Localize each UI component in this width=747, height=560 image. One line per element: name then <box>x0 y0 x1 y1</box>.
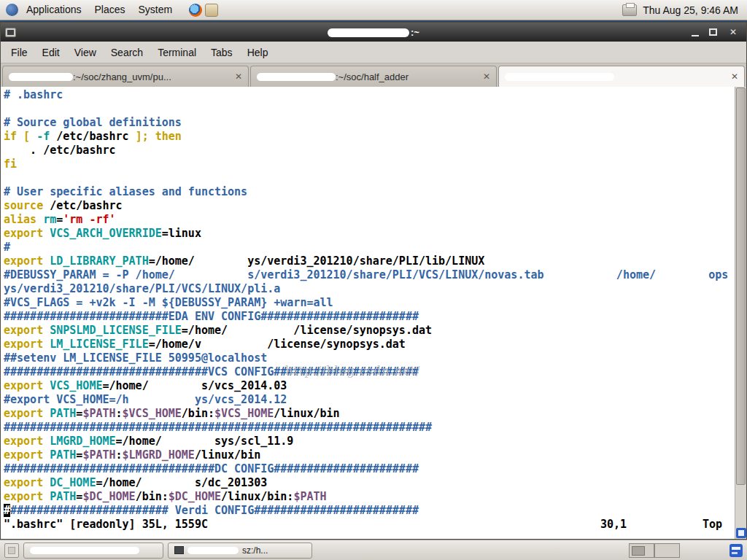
redacted-tab-text <box>257 73 336 81</box>
top-panel: Applications Places System Thu Aug 25, 9… <box>0 0 747 20</box>
redacted-tab-text <box>9 73 73 81</box>
redacted-text <box>149 388 201 389</box>
workspace-switcher[interactable] <box>629 543 680 558</box>
redacted-text <box>195 263 247 265</box>
vim-cursor-position: 30,1 <box>600 518 627 532</box>
menu-file[interactable]: File <box>4 43 35 62</box>
terminal-task-icon <box>174 546 184 554</box>
workspace-1[interactable] <box>629 543 654 558</box>
redacted-task-text <box>187 547 239 554</box>
workspace-2[interactable] <box>654 543 680 558</box>
redacted-text <box>656 277 708 279</box>
vim-file-info: ".bashrc" [readonly] 35L, 1559C <box>4 518 208 531</box>
terminal-line: export LD_LIBRARY_PATH=/home/ys/verdi3_2… <box>4 254 735 268</box>
input-method-indicator-icon <box>736 528 746 538</box>
terminal-line: alias rm='rm -rf' <box>4 213 735 227</box>
terminal-line: ys/verdi3_201210/share/PLI/VCS/LINUX/pli… <box>4 282 735 296</box>
window-title-suffix: :~ <box>411 27 419 38</box>
close-button[interactable]: ✕ <box>727 26 739 38</box>
redacted-text <box>201 346 267 348</box>
desktop: Applications Places System Thu Aug 25, 9… <box>0 0 747 560</box>
terminal-line: # <box>4 241 735 254</box>
task-button-1[interactable] <box>23 542 163 559</box>
terminal-line: fi <box>4 158 735 171</box>
window-title: :~ <box>1 27 746 38</box>
minimize-button[interactable] <box>692 28 699 36</box>
terminal-line: export PATH=$DC_HOME/bin:$DC_HOME/linux/… <box>4 490 735 504</box>
terminal-line: # User specific aliases and functions <box>4 185 735 199</box>
redacted-text <box>142 485 195 486</box>
terminal-line: if [ -f /etc/bashrc ]; then <box>4 130 735 144</box>
tab-label: :~/soc/half_adder <box>336 71 479 82</box>
tab-close-icon[interactable]: ✕ <box>483 72 490 81</box>
menu-view[interactable]: View <box>67 43 104 62</box>
terminal-line <box>4 102 735 116</box>
terminal-scrollbar[interactable] <box>735 87 746 539</box>
redacted-text <box>129 402 195 403</box>
terminal-line: #VCS_FLAGS = +v2k -I -M ${DEBUSSY_PARAM}… <box>4 296 735 310</box>
applications-menu-icon[interactable] <box>6 4 18 16</box>
menu-system[interactable]: System <box>132 0 179 20</box>
input-method-tray-icon[interactable] <box>729 544 743 557</box>
tab-close-icon[interactable]: ✕ <box>235 72 242 81</box>
terminal-line: #########################EDA ENV CONFIG#… <box>4 310 735 324</box>
tab-active-bashrc[interactable]: ✕ <box>498 66 745 87</box>
vim-buffer: # .bashrc # Source global definitionsif … <box>1 87 735 539</box>
terminal-line: ################################DC CONFI… <box>4 462 735 476</box>
terminal-line: export VCS_HOME=/home/s/vcs_2014.03 <box>4 379 735 393</box>
task-button-2[interactable]: sz:/h... <box>168 542 312 559</box>
terminal-line: export DC_HOME=/home/s/dc_201303 <box>4 476 735 490</box>
maximize-button[interactable] <box>709 28 717 36</box>
terminal-line: # .bashrc <box>4 88 735 102</box>
scrollbar-thumb[interactable] <box>736 88 746 485</box>
terminal-line: source /etc/bashrc <box>4 199 735 213</box>
terminal-line: # Source global definitions <box>4 116 735 130</box>
menu-applications[interactable]: Applications <box>20 0 88 20</box>
task-label: sz:/h... <box>242 545 268 556</box>
terminal-line: export VCS_ARCH_OVERRIDE=linux <box>4 227 735 241</box>
watermark: http://blog.csdn.net/ <box>285 364 420 378</box>
terminal-line: ######################### Verdi CONFIG##… <box>4 504 735 518</box>
package-launcher-icon[interactable] <box>205 4 218 17</box>
terminal-line: export PATH=$PATH:$VCS_HOME/bin:$VCS_HOM… <box>4 407 735 421</box>
terminal-window: :~ ✕ File Edit View Search Terminal Tabs… <box>0 22 747 540</box>
menu-tabs[interactable]: Tabs <box>204 43 240 62</box>
vim-cursor: # <box>4 504 10 517</box>
vim-status-line: ".bashrc" [readonly] 35L, 1559C 30,1 Top <box>4 518 722 532</box>
terminal-window-icon <box>5 28 16 37</box>
tab-label: :~/soc/zhang_uvm/pu... <box>73 71 231 82</box>
redacted-title-text <box>328 28 409 37</box>
redacted-text <box>228 332 293 334</box>
terminal-line: export PATH=$PATH:$LMGRD_HOME/linux/bin <box>4 448 735 462</box>
redacted-text <box>162 443 214 445</box>
terminal-line: export LM_LICENSE_FILE=/home/v/license/s… <box>4 338 735 351</box>
terminal-line: #export VCS_HOME=/hys/vcs_2014.12 <box>4 393 735 407</box>
terminal-line <box>4 171 735 185</box>
terminal-line: . /etc/bashrc <box>4 144 735 158</box>
redacted-task-text <box>30 547 139 554</box>
menu-help[interactable]: Help <box>240 43 276 62</box>
taskbar: sz:/h... <box>0 540 747 560</box>
menu-places[interactable]: Places <box>88 0 132 20</box>
menu-search[interactable]: Search <box>104 43 150 62</box>
menu-terminal[interactable]: Terminal <box>150 43 204 62</box>
terminal-line: #DEBUSSY_PARAM = -P /home/s/verdi3_20121… <box>4 268 735 282</box>
tab-bar: :~/soc/zhang_uvm/pu... ✕ :~/soc/half_add… <box>1 63 746 87</box>
terminal-line: export LMGRD_HOME=/home/sys/scl_11.9 <box>4 435 735 448</box>
terminal-screen[interactable]: # .bashrc # Source global definitionsif … <box>1 87 746 539</box>
tab-close-icon[interactable]: ✕ <box>731 72 738 81</box>
clock[interactable]: Thu Aug 25, 9:46 AM <box>643 4 743 16</box>
window-titlebar[interactable]: :~ ✕ <box>1 23 746 42</box>
redacted-text <box>175 277 247 279</box>
tab-half-adder[interactable]: :~/soc/half_adder ✕ <box>250 66 497 87</box>
show-desktop-icon[interactable] <box>4 543 19 558</box>
menu-edit[interactable]: Edit <box>35 43 67 62</box>
redacted-tab-text <box>505 73 614 81</box>
printer-icon[interactable] <box>622 4 637 16</box>
firefox-launcher-icon[interactable] <box>189 4 202 17</box>
terminal-line: ########################################… <box>4 421 735 435</box>
vim-scroll-position: Top <box>703 518 722 532</box>
tab-zhang-uvm[interactable]: :~/soc/zhang_uvm/pu... ✕ <box>2 66 249 87</box>
redacted-text <box>544 277 616 279</box>
menubar: File Edit View Search Terminal Tabs Help <box>1 42 746 63</box>
